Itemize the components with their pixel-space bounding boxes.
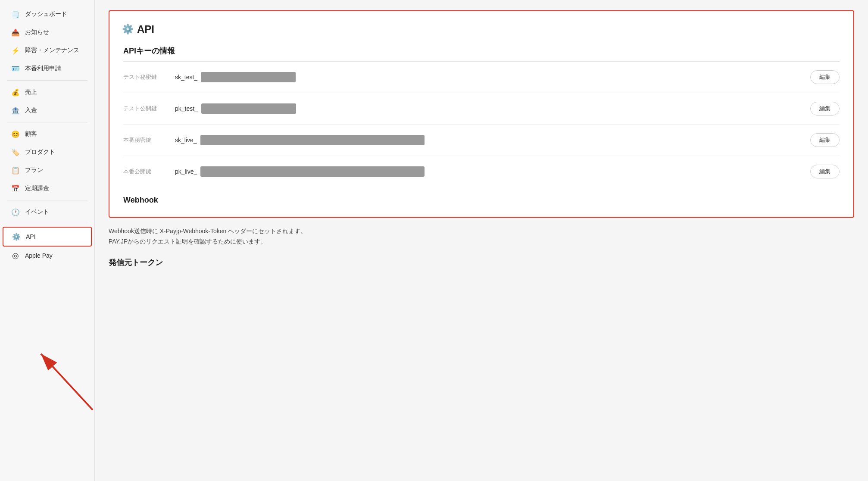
pk-test-edit-button[interactable]: 編集 [810,102,840,116]
applepay-icon: ◎ [11,251,20,260]
source-token-title: 発信元トークン [109,257,854,268]
sidebar-label-news: お知らせ [25,28,49,36]
pk-test-masked [201,103,296,114]
sk-live-label: 本番秘密鍵 [123,136,175,144]
sidebar-label-api: API [26,233,36,240]
api-row-sk-test: テスト秘密鍵 sk_test_ 編集 [123,62,840,93]
sidebar-divider-1 [7,80,87,81]
customer-icon: 😊 [11,130,20,138]
arrow-annotation [95,337,110,414]
sidebar-divider-2 [7,122,87,122]
sk-live-edit-button[interactable]: 編集 [810,133,840,147]
sidebar-item-maintenance[interactable]: ⚡ 障害・メンテナンス [3,41,92,59]
webhook-section-title: Webhook [123,187,840,205]
sk-live-prefix: sk_live_ [175,137,197,144]
sidebar-label-production-request: 本番利用申請 [25,65,61,72]
news-icon: 📥 [11,28,20,37]
sidebar-item-deposit[interactable]: 🏦 入金 [3,101,92,119]
maintenance-icon: ⚡ [11,46,20,55]
sidebar-item-applepay[interactable]: ◎ Apple Pay [3,247,92,265]
pk-test-value: pk_test_ [175,103,810,114]
sidebar-label-event: イベント [25,208,49,216]
main-content: ⚙️ API APIキーの情報 テスト秘密鍵 sk_test_ 編集 テスト公開… [95,0,868,481]
sidebar-label-dashboard: ダッシュボード [25,10,67,18]
event-icon: 🕐 [11,208,20,216]
api-row-pk-test: テスト公開鍵 pk_test_ 編集 [123,93,840,125]
pk-test-prefix: pk_test_ [175,105,198,112]
sk-test-label: テスト秘密鍵 [123,73,175,81]
api-icon: ⚙️ [12,232,21,241]
plan-icon: 📋 [11,166,20,175]
sk-test-value: sk_test_ [175,72,810,82]
webhook-info-text: Webhook送信時に X-Payjp-Webhook-Token ヘッダーにセ… [109,226,854,247]
sidebar-item-product[interactable]: 🏷️ プロダクト [3,143,92,161]
product-icon: 🏷️ [11,148,20,156]
sidebar-label-maintenance: 障害・メンテナンス [25,47,79,54]
sidebar-item-sales[interactable]: 💰 売上 [3,83,92,101]
sidebar-label-subscription: 定期課金 [25,184,49,192]
sidebar-item-plan[interactable]: 📋 プラン [3,161,92,179]
sidebar-label-plan: プラン [25,166,43,174]
sidebar-item-event[interactable]: 🕐 イベント [3,203,92,221]
sk-test-edit-button[interactable]: 編集 [810,70,840,84]
sk-test-prefix: sk_test_ [175,74,197,81]
production-request-icon: 🪪 [11,64,20,73]
sidebar-item-dashboard[interactable]: 🗒️ ダッシュボード [3,5,92,23]
api-row-sk-live: 本番秘密鍵 sk_live_ 編集 [123,125,840,156]
sk-live-masked [200,135,425,145]
deposit-icon: 🏦 [11,106,20,115]
api-card-header: ⚙️ API [123,23,840,35]
sales-icon: 💰 [11,88,20,97]
sidebar-label-sales: 売上 [25,88,37,96]
api-key-section-title: APIキーの情報 [123,46,840,56]
sidebar: 🗒️ ダッシュボード 📥 お知らせ ⚡ 障害・メンテナンス 🪪 本番利用申請 💰… [0,0,95,481]
api-page-gear-icon: ⚙️ [123,25,132,34]
pk-live-prefix: pk_live_ [175,168,197,175]
sidebar-item-customer[interactable]: 😊 顧客 [3,125,92,143]
sidebar-item-subscription[interactable]: 📅 定期課金 [3,179,92,197]
sidebar-item-production-request[interactable]: 🪪 本番利用申請 [3,59,92,78]
dashboard-icon: 🗒️ [11,10,20,19]
sidebar-label-applepay: Apple Pay [25,252,53,259]
api-card: ⚙️ API APIキーの情報 テスト秘密鍵 sk_test_ 編集 テスト公開… [109,10,854,218]
pk-live-label: 本番公開鍵 [123,168,175,175]
sk-live-value: sk_live_ [175,135,810,145]
pk-live-value: pk_live_ [175,166,810,177]
sidebar-label-deposit: 入金 [25,106,37,114]
sidebar-divider-4 [7,224,87,224]
sidebar-item-news[interactable]: 📥 お知らせ [3,23,92,41]
pk-live-edit-button[interactable]: 編集 [810,165,840,178]
pk-live-masked [200,166,425,177]
subscription-icon: 📅 [11,184,20,193]
sidebar-label-product: プロダクト [25,148,55,156]
api-row-pk-live: 本番公開鍵 pk_live_ 編集 [123,156,840,187]
pk-test-label: テスト公開鍵 [123,105,175,112]
api-page-title: API [137,23,154,35]
sidebar-divider-3 [7,200,87,200]
sidebar-item-api[interactable]: ⚙️ API [3,227,92,247]
sidebar-label-customer: 顧客 [25,130,37,138]
sk-test-masked [201,72,296,82]
api-key-section: APIキーの情報 テスト秘密鍵 sk_test_ 編集 テスト公開鍵 pk_te… [123,46,840,187]
